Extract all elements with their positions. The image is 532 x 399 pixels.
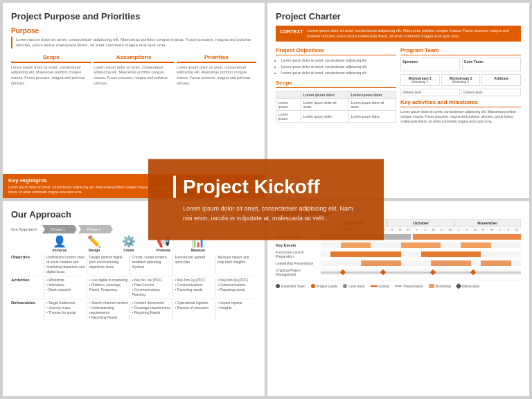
legend-activity-line: [371, 285, 378, 287]
act-5: • Key Arts 1g (PDC)• Communications• Rep…: [215, 278, 256, 297]
legend-extended-dot: [276, 284, 280, 288]
objectives-list: Lorem ipsum dolor sit amet, consectetuer…: [276, 57, 396, 76]
act-1: • Workshop• Interviews• Desk research: [44, 278, 85, 297]
gantt-row-ongoing: Ongoing Project Management: [276, 268, 521, 276]
del-3: • Content documents• Coverage requiremen…: [130, 301, 171, 320]
legend-core: Core team: [343, 284, 364, 288]
scope-row1-col2: Lorem ipsum dolor sit amet.: [348, 99, 396, 111]
event-bar-2: [401, 242, 441, 248]
phase2-arrow: Phase 2: [78, 225, 113, 233]
milestone-1: [340, 269, 346, 275]
scope-col1: [276, 91, 301, 99]
gantt-row-functional: Functional LaunchPreparation: [276, 250, 521, 258]
team-section: Program Team Sponsor Core Team Workstrea…: [400, 47, 521, 124]
assumptions-header: Assumptions: [94, 54, 173, 63]
leadership-bar3: [481, 260, 511, 266]
objective-1: Lorem ipsum dolor sit amet, consectetuer…: [281, 57, 396, 63]
panel1-title: Project Purpose and Priorities: [11, 11, 256, 21]
d10: 24: [396, 228, 404, 231]
obj-3: Create, curate content, establish operat…: [130, 255, 171, 274]
team-grid: Sponsor Core Team: [400, 57, 521, 71]
center-overlay: Project Kickoff Lorem ipsum dolor sit am…: [148, 159, 384, 240]
d15: 17: [438, 228, 446, 231]
functional-bar: [330, 251, 400, 257]
icon-create: ⚙️ Create: [112, 235, 146, 252]
event-bar-1: [341, 242, 371, 248]
d20: 17: [479, 228, 488, 231]
ongoing-line: [321, 272, 521, 274]
legend-leads-label: Project Leads: [317, 284, 338, 288]
del-1: • Target Audiences• Journey maps• Themes…: [44, 301, 85, 320]
milestone-2: [380, 269, 385, 275]
legend-presentation-label: Presentation: [403, 284, 423, 288]
legend-activity: Activity: [371, 284, 390, 288]
d17: 1: [454, 228, 463, 231]
arb: Arbitrate: [481, 74, 521, 86]
d22: 1: [496, 228, 504, 231]
obj-1: Understand current state of value creati…: [44, 255, 85, 274]
d11: 27: [404, 228, 412, 231]
del-5: • Impact reports• Insights: [215, 301, 256, 320]
legend-workshop-label: Workshop: [436, 284, 451, 288]
icon-design: ✏️ Design: [77, 235, 112, 252]
obj-5: Measure impact and loop back insights: [215, 255, 256, 274]
legend-deliverable-label: Deliverable: [462, 284, 479, 288]
del-2: • Search channel content• Understanding …: [87, 301, 128, 320]
assumptions-text: Lorem ipsum dolor sit amet, consectetuer…: [94, 65, 173, 87]
delivery2: Delivery team: [461, 89, 521, 96]
legend-activity-label: Activity: [379, 284, 390, 288]
deliverables-row-label: Deliverables: [11, 301, 42, 320]
sponsor-cell: Sponsor: [400, 57, 460, 71]
purpose-label: Purpose: [11, 27, 256, 35]
arb-label: Arbitrate: [484, 76, 519, 80]
overlay-title: Project Kickoff: [173, 176, 359, 198]
objectives-section: Project Objectives Lorem ipsum dolor sit…: [276, 47, 396, 124]
d24: 12: [513, 228, 521, 231]
obj-2: Design optimal digital plan and marketin…: [87, 255, 128, 274]
icon-immerse: 👤 Immerse: [42, 235, 77, 252]
milestone-4: [470, 269, 476, 275]
leadership-label: Leadership Presentation: [276, 261, 321, 265]
scope-row2-label: Lorem ipsum: [276, 111, 301, 123]
d9: 17: [387, 228, 396, 231]
objective-3: Lorem ipsum dolor sit amet, consectetuer…: [281, 70, 396, 76]
scope-col2: Lorem ipsum dolor: [301, 91, 348, 99]
program-team-title: Program Team: [400, 47, 521, 55]
ongoing-bar-container: [321, 269, 521, 275]
obj-4: Execute per agreed upon plan: [172, 255, 213, 274]
functional-bar2: [421, 251, 481, 257]
scope-header: Scope: [11, 54, 91, 63]
month-oct: October: [387, 219, 454, 227]
gantt-row-events: Key Events: [276, 242, 521, 249]
legend-deliverable: Deliverable: [456, 284, 479, 288]
purpose-text: Lorem ipsum dolor sit amet, consectetuer…: [11, 37, 256, 48]
our-approach-label: Our Approach: [11, 227, 42, 231]
delivery1: Delivery team: [400, 89, 460, 96]
gantt-row-leadership: Leadership Presentation: [276, 260, 521, 267]
ws1-sub: Workshop 1: [402, 80, 438, 84]
scope-col: Scope Lorem ipsum dolor sit amet, consec…: [11, 54, 91, 87]
legend-leads: Project Leads: [311, 284, 338, 288]
d21: 24: [488, 228, 496, 231]
ws2: Workstream 2 Workshop 2: [441, 74, 481, 86]
context-bar: CONTEXT Lorem ipsum dolor sit amet, cons…: [276, 26, 521, 42]
del-4: • Operational logistics• Reports of exec…: [172, 301, 213, 320]
core-team-name: [464, 64, 520, 69]
leadership-bar: [361, 260, 401, 266]
assumptions-col: Assumptions Lorem ipsum dolor sit amet, …: [94, 54, 173, 87]
legend-presentation-line: [395, 285, 402, 287]
objective-2: Lorem ipsum dolor sit amet, consectetuer…: [281, 64, 396, 69]
priorities-text: Lorem ipsum dolor sit amet, consectetuer…: [177, 65, 256, 87]
scope-row2-col1: Lorem ipsum dolor.: [301, 111, 348, 123]
act-4: • Key Arts 1g (PDC)• Communications• Rep…: [172, 278, 213, 297]
d23: 9: [504, 228, 513, 231]
legend-extended: Extended Team: [276, 284, 305, 288]
activities-row-label: Activities: [11, 278, 42, 297]
ongoing-label: Ongoing Project Management: [276, 268, 321, 276]
scope-row1-col1: Lorem ipsum dolor sit amet.: [301, 99, 348, 111]
objectives-title: Project Objectives: [276, 47, 396, 55]
priorities-header: Priorities: [177, 54, 256, 63]
objective-row-label: Objective: [11, 255, 42, 274]
legend-workshop-rect: [429, 284, 434, 288]
sponsor-name: [402, 64, 458, 69]
